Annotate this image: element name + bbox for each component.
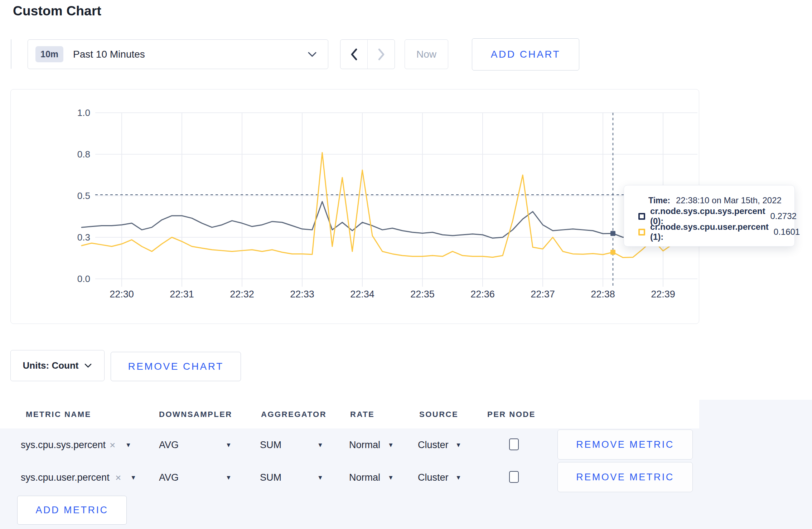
clear-metric-icon[interactable]: ×: [110, 440, 115, 451]
per-node-checkbox[interactable]: [509, 471, 519, 483]
tooltip-time-label: Time:: [648, 196, 670, 205]
units-selector[interactable]: Units: Count: [10, 350, 105, 381]
svg-text:1.0: 1.0: [77, 107, 90, 118]
caret-down-icon[interactable]: ▼: [455, 442, 461, 449]
metrics-table-header: METRIC NAME DOWNSAMPLER AGGREGATOR RATE …: [0, 400, 699, 428]
chart-tooltip: Time: 22:38:10 on Mar 15th, 2022 cr.node…: [624, 185, 795, 247]
time-nav-group: [340, 39, 395, 69]
tooltip-time-value: 22:38:10 on Mar 15th, 2022: [676, 195, 782, 205]
custom-chart[interactable]: 0.00.30.50.81.022:3022:3122:3222:3322:34…: [11, 89, 699, 323]
svg-text:22:31: 22:31: [170, 289, 194, 300]
series-user-swatch-icon: [638, 229, 645, 236]
time-range-label: Past 10 Minutes: [73, 49, 145, 60]
time-range-badge: 10m: [35, 46, 63, 62]
svg-text:22:38: 22:38: [591, 289, 615, 300]
svg-text:0.3: 0.3: [77, 232, 90, 243]
tooltip-series-value: 0.2732: [770, 211, 796, 221]
units-label: Units: Count: [23, 360, 79, 371]
add-chart-button[interactable]: ADD CHART: [472, 38, 579, 71]
chart-card: 0.00.30.50.81.022:3022:3122:3222:3322:34…: [10, 89, 699, 324]
source-select[interactable]: Cluster: [418, 440, 449, 451]
time-range-selector[interactable]: 10m Past 10 Minutes: [28, 39, 328, 69]
now-button[interactable]: Now: [405, 39, 448, 69]
svg-text:22:33: 22:33: [290, 289, 314, 300]
caret-down-icon[interactable]: ▼: [226, 442, 232, 449]
svg-text:22:39: 22:39: [651, 289, 675, 300]
prev-range-button[interactable]: [340, 40, 368, 69]
caret-down-icon[interactable]: ▼: [388, 442, 394, 449]
chevron-down-icon: [84, 363, 92, 368]
remove-chart-button[interactable]: REMOVE CHART: [111, 352, 241, 381]
caret-down-icon[interactable]: ▼: [125, 442, 131, 449]
chevron-down-icon: [307, 52, 317, 57]
svg-text:22:32: 22:32: [230, 289, 254, 300]
svg-text:0.5: 0.5: [77, 190, 90, 201]
metric-name-select[interactable]: sys.cpu.user.percent: [21, 472, 110, 483]
caret-down-icon[interactable]: ▼: [455, 474, 461, 481]
col-header-source: SOURCE: [419, 410, 458, 419]
caret-down-icon[interactable]: ▼: [317, 474, 323, 481]
caret-down-icon[interactable]: ▼: [130, 474, 136, 481]
aggregator-select[interactable]: SUM: [260, 472, 281, 483]
tooltip-series-value: 0.1601: [774, 227, 800, 237]
svg-text:22:34: 22:34: [350, 289, 374, 300]
source-select[interactable]: Cluster: [418, 472, 449, 483]
remove-metric-button[interactable]: REMOVE METRIC: [557, 429, 693, 460]
col-header-metric-name: METRIC NAME: [26, 410, 91, 419]
svg-text:0.8: 0.8: [77, 149, 90, 160]
rate-select[interactable]: Normal: [349, 440, 380, 451]
chevron-left-icon: [351, 48, 358, 60]
svg-text:22:37: 22:37: [531, 289, 555, 300]
downsampler-select[interactable]: AVG: [159, 472, 179, 483]
chevron-right-icon: [378, 48, 385, 60]
col-header-per-node: PER NODE: [487, 410, 536, 419]
per-node-checkbox[interactable]: [509, 438, 519, 450]
svg-text:0.0: 0.0: [77, 273, 90, 284]
col-header-aggregator: AGGREGATOR: [261, 410, 327, 419]
remove-metric-button[interactable]: REMOVE METRIC: [557, 462, 693, 492]
caret-down-icon[interactable]: ▼: [388, 474, 394, 481]
toolbar-divider: [11, 39, 11, 69]
next-range-button[interactable]: [368, 40, 395, 69]
aggregator-select[interactable]: SUM: [260, 440, 281, 451]
caret-down-icon[interactable]: ▼: [226, 474, 232, 481]
clear-metric-icon[interactable]: ×: [115, 472, 121, 484]
col-header-downsampler: DOWNSAMPLER: [159, 410, 232, 419]
metric-name-select[interactable]: sys.cpu.sys.percent: [21, 440, 106, 451]
svg-text:22:30: 22:30: [110, 289, 134, 300]
series-sys-swatch-icon: [638, 213, 645, 220]
add-metric-button[interactable]: ADD METRIC: [17, 496, 127, 525]
caret-down-icon[interactable]: ▼: [317, 442, 323, 449]
page-title: Custom Chart: [13, 4, 101, 19]
rate-select[interactable]: Normal: [349, 472, 380, 483]
tooltip-series-name: cr.node.sys.cpu.user.percent (1):: [650, 222, 769, 242]
svg-text:22:35: 22:35: [410, 289, 435, 300]
downsampler-select[interactable]: AVG: [159, 440, 179, 451]
col-header-rate: RATE: [350, 410, 374, 419]
svg-text:22:36: 22:36: [470, 289, 495, 300]
